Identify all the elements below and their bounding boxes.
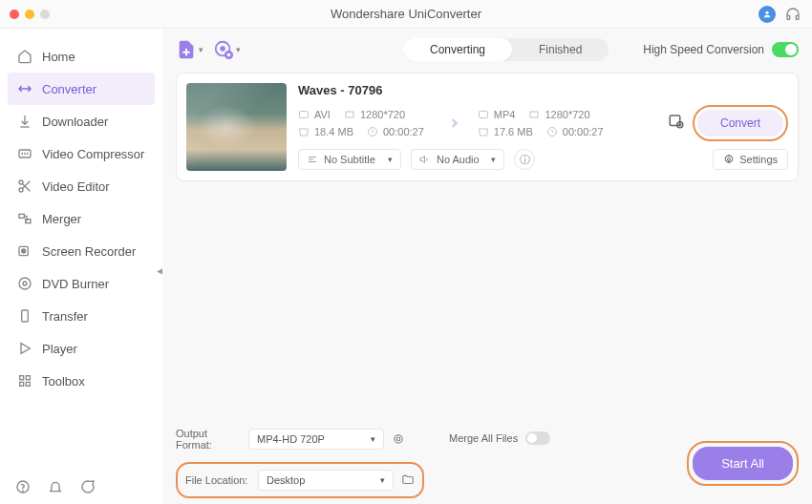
output-format-dropdown[interactable]: MP4-HD 720P ▾: [248, 429, 384, 450]
toolbar: ▾ ▾ Converting Finished High Speed Conve…: [176, 38, 799, 61]
sidebar-item-compressor[interactable]: Video Compressor: [0, 137, 162, 170]
caret-down-icon: ▾: [388, 155, 393, 164]
file-card: Waves - 70796 AVI 1280*720 18.4 MB 00:00…: [176, 73, 799, 181]
user-avatar-icon[interactable]: [759, 6, 776, 23]
audio-icon: [419, 154, 431, 165]
sidebar-label: Player: [42, 342, 77, 356]
app-title: Wondershare UniConverter: [331, 7, 481, 21]
sidebar-item-editor[interactable]: Video Editor: [0, 170, 162, 202]
svg-rect-16: [20, 382, 24, 386]
merge-toggle[interactable]: [525, 431, 550, 445]
high-speed-toggle: High Speed Conversion: [643, 42, 799, 57]
sidebar-item-converter[interactable]: Converter: [8, 73, 155, 105]
svg-point-0: [765, 10, 768, 13]
add-file-button[interactable]: ▾: [176, 39, 203, 60]
svg-point-5: [19, 188, 23, 192]
transfer-icon: [17, 308, 32, 324]
output-format-label: Output Format:: [176, 428, 241, 451]
minimize-window[interactable]: [25, 10, 34, 19]
record-icon: [17, 243, 32, 259]
svg-point-11: [23, 282, 27, 285]
feedback-icon[interactable]: [80, 479, 96, 494]
svg-point-32: [396, 437, 400, 441]
svg-point-31: [728, 158, 731, 161]
sidebar-item-home[interactable]: Home: [0, 40, 162, 73]
meta-row: AVI 1280*720 18.4 MB 00:00:27 MP4 1280*7…: [298, 105, 788, 141]
disc-icon: [17, 276, 32, 291]
arrow-right-icon: [441, 114, 460, 133]
converter-icon: [17, 81, 32, 96]
svg-rect-6: [19, 214, 24, 218]
merger-icon: [17, 211, 32, 226]
sidebar-label: Converter: [42, 82, 96, 96]
svg-rect-14: [20, 376, 24, 380]
dropdown-row: No Subtitle ▾ No Audio ▾ ⓘ Settings: [298, 149, 788, 170]
content-area: ▾ ▾ Converting Finished High Speed Conve…: [162, 29, 812, 504]
sidebar-label: Screen Recorder: [42, 244, 136, 259]
output-format-row: Output Format: MP4-HD 720P ▾: [176, 428, 424, 451]
file-settings-icon[interactable]: [668, 113, 685, 134]
bell-icon[interactable]: [48, 479, 63, 494]
svg-rect-29: [670, 116, 680, 126]
tab-finished[interactable]: Finished: [512, 38, 609, 61]
dest-meta: MP4 1280*720 17.6 MB 00:00:27: [478, 109, 604, 137]
sidebar-label: DVD Burner: [42, 277, 109, 291]
maximize-window[interactable]: [40, 10, 50, 19]
svg-rect-23: [300, 112, 309, 118]
file-location-highlight: File Location: Desktop ▾: [176, 462, 424, 498]
help-icon[interactable]: [15, 479, 31, 494]
merge-block: Merge All Files: [449, 431, 550, 445]
src-size: 18.4 MB: [298, 126, 353, 137]
footer-left: Output Format: MP4-HD 720P ▾ File Locati…: [176, 428, 424, 498]
sidebar-item-merger[interactable]: Merger: [0, 202, 162, 235]
svg-rect-2: [796, 15, 799, 19]
sidebar-item-recorder[interactable]: Screen Recorder: [0, 235, 162, 267]
speed-toggle-switch[interactable]: [772, 42, 799, 57]
sidebar-label: Video Editor: [42, 179, 110, 194]
dst-duration: 00:00:27: [546, 126, 604, 137]
compress-icon: [17, 146, 32, 161]
caret-down-icon: ▾: [236, 45, 241, 54]
convert-highlight: Convert: [693, 105, 788, 141]
sidebar-label: Downloader: [42, 115, 108, 129]
sidebar-item-transfer[interactable]: Transfer: [0, 300, 162, 332]
titlebar: Wondershare UniConverter: [0, 0, 812, 29]
download-icon: [17, 114, 32, 129]
caret-down-icon: ▾: [380, 475, 385, 485]
sidebar: Home Converter Downloader Video Compress…: [0, 29, 162, 504]
add-disc-button[interactable]: ▾: [213, 39, 241, 60]
sidebar-item-downloader[interactable]: Downloader: [0, 105, 162, 137]
svg-rect-12: [22, 310, 29, 322]
grid-icon: [17, 373, 32, 388]
add-disc-icon: [213, 39, 234, 60]
output-settings-icon[interactable]: [392, 432, 405, 446]
merge-label: Merge All Files: [449, 432, 518, 444]
speed-label: High Speed Conversion: [643, 43, 764, 56]
sidebar-label: Toolbox: [42, 374, 85, 388]
start-all-highlight: Start All: [687, 441, 799, 486]
audio-dropdown[interactable]: No Audio ▾: [411, 149, 504, 170]
file-info: Waves - 70796 AVI 1280*720 18.4 MB 00:00…: [298, 83, 788, 171]
close-window[interactable]: [10, 10, 19, 19]
titlebar-right: [759, 6, 801, 23]
support-icon[interactable]: [785, 7, 801, 22]
svg-rect-17: [26, 382, 30, 386]
caret-down-icon: ▾: [199, 45, 203, 54]
subtitle-dropdown[interactable]: No Subtitle ▾: [298, 149, 401, 170]
file-location-dropdown[interactable]: Desktop ▾: [258, 470, 394, 491]
settings-button[interactable]: Settings: [713, 149, 788, 170]
svg-marker-13: [21, 344, 30, 354]
tab-converting[interactable]: Converting: [403, 38, 512, 61]
svg-point-19: [23, 491, 24, 492]
svg-point-4: [19, 180, 23, 184]
start-all-button[interactable]: Start All: [693, 447, 793, 480]
sidebar-label: Transfer: [42, 309, 88, 324]
convert-button[interactable]: Convert: [697, 110, 783, 136]
open-folder-icon[interactable]: [401, 473, 415, 487]
info-button[interactable]: ⓘ: [514, 149, 535, 170]
sidebar-item-player[interactable]: Player: [0, 332, 162, 365]
sidebar-item-toolbox[interactable]: Toolbox: [0, 365, 162, 397]
tab-group: Converting Finished: [403, 38, 609, 61]
video-thumbnail[interactable]: [186, 83, 287, 171]
sidebar-item-dvd[interactable]: DVD Burner: [0, 267, 162, 300]
